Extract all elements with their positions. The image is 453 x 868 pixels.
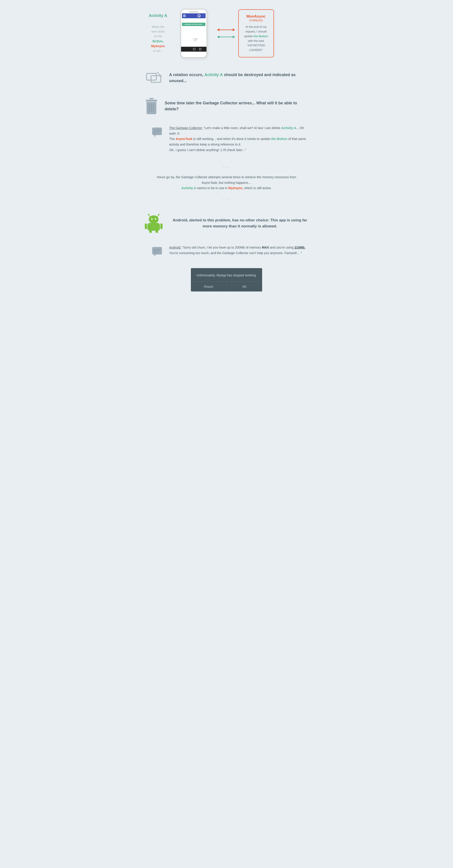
trash-lid — [146, 100, 157, 101]
section-app-stopped: Unfortunately, MyApp has stopped working… — [143, 268, 311, 291]
speech-1: "Let's make a little room, shall we? At … — [203, 126, 281, 130]
section-android-dialog: Android: "Sorry old chum, I let you have… — [143, 245, 311, 257]
rotation-activity-a: Activity A — [204, 72, 223, 77]
loading-btn: LOADING ASYNCTASK... — [182, 23, 205, 26]
phone-desc-text2: is run... — [153, 49, 163, 53]
hamburger-icon — [183, 16, 186, 16]
gc-label: The Garbage Collector: — [169, 126, 203, 130]
chat-icon — [151, 126, 163, 137]
section-gc: Some time later the Garbage Collector ar… — [143, 98, 311, 114]
dots-top: ··· — [149, 164, 304, 170]
android-label: Android: — [169, 246, 181, 249]
asynctask-ref: AsyncTask — [176, 137, 193, 141]
svg-marker-2 — [217, 29, 219, 31]
rotation-icon — [145, 69, 163, 87]
android-text: Android, alerted to this problem, has no… — [169, 217, 311, 229]
rotation-text-1: A rotation occurs, — [169, 72, 204, 77]
phone-screen-content: LOADING ASYNCTASK... ☞ — [182, 18, 205, 47]
monasync-title: MonAsync — [243, 14, 270, 19]
svg-point-17 — [158, 214, 160, 215]
myasync-label: MyAsync — [151, 44, 165, 48]
trash-line-1 — [149, 104, 150, 112]
svg-marker-10 — [154, 135, 156, 137]
recents-button-icon — [199, 48, 201, 50]
android-max: MAX — [262, 246, 269, 249]
hours-myasync: MyAsync, — [228, 186, 244, 190]
dialog-text-area: The Garbage Collector: "Let's make a lit… — [169, 125, 311, 153]
svg-rect-24 — [149, 230, 152, 233]
android-210: 210Mb. — [294, 246, 305, 249]
phone: ⋮ LOADING ASYNCTASK... ☞ — [180, 9, 207, 58]
phone-desc-text1: When theuser clickson the — [151, 25, 165, 38]
hours-text-1: Hours go by, the Garbage Collector attem… — [157, 175, 296, 184]
section-rotation: A rotation occurs, Activity A should be … — [143, 69, 311, 87]
arrow-right — [217, 28, 235, 32]
android-chat-icon — [151, 246, 163, 257]
svg-marker-1 — [233, 29, 235, 31]
app-stopped-buttons: Report OK — [191, 281, 262, 291]
arrows-area — [217, 28, 235, 39]
button-label: Button, — [152, 39, 164, 43]
speech-3: The — [169, 137, 176, 141]
monasync-box: MonAsync (THREAD) At the end of my reque… — [238, 9, 274, 57]
speech-6: OK, I guess I can't delete anything! :( … — [169, 148, 246, 152]
trash-body — [146, 102, 157, 114]
svg-marker-4 — [217, 36, 219, 38]
phone-screen: ⋮ LOADING ASYNCTASK... ☞ — [182, 13, 205, 47]
trash-line-2 — [151, 104, 152, 112]
svg-rect-23 — [160, 223, 163, 229]
svg-point-20 — [155, 218, 156, 220]
android-speech-2: and you're using — [269, 246, 294, 249]
phone-wrapper: ⋮ LOADING ASYNCTASK... ☞ — [180, 9, 207, 58]
android-speech-3: You're consuming too much, and the Garba… — [169, 251, 302, 255]
android-dialog-text: Android: "Sorry old chum, I let you have… — [169, 245, 311, 256]
ok-button[interactable]: OK — [227, 282, 262, 291]
monasync-desc-bold: the Button — [254, 34, 268, 38]
svg-point-19 — [151, 218, 152, 220]
rotation-text: A rotation occurs, Activity A should be … — [169, 72, 311, 84]
svg-point-18 — [149, 215, 159, 223]
activity-a-title: Activity A — [149, 13, 167, 18]
trash-icon — [145, 98, 158, 114]
trash-handle — [149, 98, 153, 99]
activity-a-ref: Activity A — [281, 126, 296, 130]
phone-toolbar: ⋮ — [182, 13, 205, 18]
android-speech-1: "Sorry old chum, I let you have up to 20… — [181, 246, 262, 249]
svg-point-15 — [148, 214, 149, 215]
monasync-desc: At the end of my request, I should updat… — [243, 25, 270, 53]
svg-marker-5 — [233, 36, 235, 38]
report-button[interactable]: Report — [191, 282, 227, 291]
trash-line-3 — [153, 104, 154, 112]
hours-text-3: which is still active. — [244, 186, 272, 190]
android-icon — [145, 213, 163, 234]
button-ref: the Button — [271, 137, 287, 141]
monasync-desc-2: with the task "ASYNCTASK LOADED!" — [247, 39, 265, 52]
phone-description: When theuser clickson the Button, MyAsyn… — [151, 25, 165, 53]
hours-text: Hours go by, the Garbage Collector attem… — [149, 175, 304, 191]
section-top: Activity A When theuser clickson the But… — [143, 9, 311, 58]
phone-nav-bar — [181, 47, 206, 52]
speech-4: is still working... and when it's done i… — [192, 137, 271, 141]
monasync-thread: (THREAD) — [243, 19, 270, 22]
svg-marker-27 — [154, 254, 156, 256]
phone-speaker — [189, 11, 198, 12]
finger-icon: ☞ — [193, 36, 198, 43]
app-stopped-message: Unfortunately, MyApp has stopped working… — [191, 268, 262, 281]
hours-activity-a: Activity A — [181, 186, 196, 190]
page-container: Activity A When theuser clickson the But… — [138, 0, 315, 305]
svg-rect-22 — [145, 223, 147, 229]
svg-rect-25 — [155, 230, 158, 233]
svg-rect-21 — [147, 223, 160, 231]
trash-lines — [146, 104, 157, 112]
hours-text-2: seems to be in use in — [196, 186, 228, 190]
section-android: Android, alerted to this problem, has no… — [143, 213, 311, 234]
dots-bottom: ··· — [149, 195, 304, 202]
section-dialog: The Garbage Collector: "Let's make a lit… — [143, 125, 311, 153]
arrow-left — [217, 35, 235, 39]
home-button-icon — [193, 48, 196, 51]
activity-label-area: Activity A When theuser clickson the But… — [145, 13, 171, 53]
gc-text: Some time later the Garbage Collector ar… — [165, 100, 311, 112]
app-stopped-dialog: Unfortunately, MyApp has stopped working… — [191, 268, 262, 291]
section-hours: ··· Hours go by, the Garbage Collector a… — [143, 164, 311, 202]
